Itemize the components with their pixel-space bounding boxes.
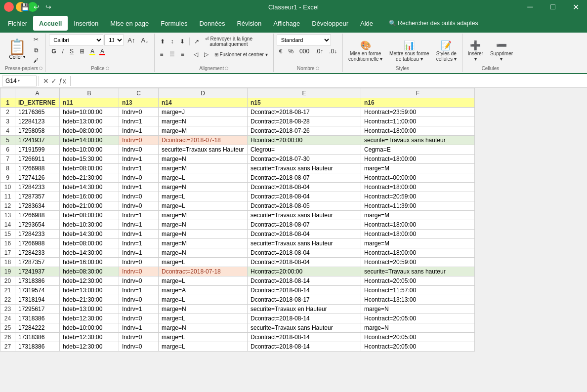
- comma-btn[interactable]: 000: [297, 46, 312, 56]
- cell-f7[interactable]: Hcontract=18:00:00: [361, 155, 475, 164]
- cell-a17[interactable]: 17284233: [15, 248, 60, 258]
- cell-e8[interactable]: securite=Travaux sans Hauteur: [248, 164, 361, 173]
- cell-a1[interactable]: ID_EXTERNE: [15, 98, 60, 108]
- cell-d15[interactable]: marge=N: [159, 230, 248, 239]
- cell-f18[interactable]: Hcontract=20:59:00: [361, 258, 475, 267]
- cell-b23[interactable]: hdeb=13:00:00: [60, 305, 119, 314]
- cell-c12[interactable]: Indrv=0: [119, 201, 159, 211]
- cell-e6[interactable]: Clegrou=: [248, 145, 361, 155]
- cell-a14[interactable]: 17293654: [15, 220, 60, 230]
- cell-d12[interactable]: marge=L: [159, 201, 248, 211]
- cell-e7[interactable]: Dcontract=2018-07-30: [248, 155, 361, 164]
- cell-d23[interactable]: marge=N: [159, 305, 248, 314]
- cell-f16[interactable]: marge=M: [361, 239, 475, 248]
- cell-a22[interactable]: 17318194: [15, 295, 60, 305]
- cell-e21[interactable]: Dcontract=2018-08-14: [248, 286, 361, 295]
- cell-f23[interactable]: marge=N: [361, 305, 475, 314]
- align-bottom-btn[interactable]: ⬇: [177, 37, 187, 46]
- cell-c21[interactable]: Indrv=1: [119, 286, 159, 295]
- cell-c13[interactable]: Indrv=1: [119, 211, 159, 220]
- cell-b17[interactable]: hdeb=14:30:00: [60, 248, 119, 258]
- cell-c25[interactable]: Indrv=1: [119, 323, 159, 333]
- cell-c16[interactable]: Indrv=1: [119, 239, 159, 248]
- confirm-formula-icon[interactable]: ✓: [51, 77, 57, 85]
- font-color-btn[interactable]: A: [98, 46, 107, 56]
- cell-a5[interactable]: 17241937: [15, 136, 60, 145]
- spreadsheet-container[interactable]: A B C D E F 1 ID_EXTERNE n11 n13 n14 n15…: [0, 88, 587, 392]
- cell-c5[interactable]: Indrv=0: [119, 136, 159, 145]
- align-top-btn[interactable]: ⬆: [158, 37, 168, 46]
- menu-fichier[interactable]: Fichier: [2, 16, 33, 31]
- cell-b10[interactable]: hdeb=14:30:00: [60, 183, 119, 192]
- paste-btn[interactable]: 📋 Coller ▾: [5, 39, 29, 61]
- cell-c11[interactable]: Indrv=0: [119, 192, 159, 201]
- cell-e27[interactable]: Dcontract=2018-08-14: [248, 342, 361, 352]
- cell-f9[interactable]: Hcontract=00:00:00: [361, 173, 475, 183]
- cell-d3[interactable]: marge=N: [159, 117, 248, 126]
- format-painter-btn[interactable]: 🖌: [31, 56, 41, 65]
- cell-f13[interactable]: marge=M: [361, 211, 475, 220]
- redo-btn[interactable]: ↪: [43, 2, 53, 12]
- formula-input[interactable]: [73, 78, 585, 84]
- cell-c3[interactable]: Indrv=1: [119, 117, 159, 126]
- cell-c9[interactable]: Indrv=0: [119, 173, 159, 183]
- cell-c10[interactable]: Indrv=1: [119, 183, 159, 192]
- cell-e18[interactable]: Dcontract=2018-08-04: [248, 258, 361, 267]
- cell-d21[interactable]: marge=A: [159, 286, 248, 295]
- cell-e14[interactable]: Dcontract=2018-08-07: [248, 220, 361, 230]
- cell-a24[interactable]: 17318386: [15, 314, 60, 323]
- menu-affichage[interactable]: Affichage: [267, 16, 306, 31]
- cell-d26[interactable]: marge=L: [159, 333, 248, 342]
- cell-f8[interactable]: marge=M: [361, 164, 475, 173]
- cell-a3[interactable]: 12284123: [15, 117, 60, 126]
- cell-c1[interactable]: n13: [119, 98, 159, 108]
- cell-b27[interactable]: hdeb=12:30:00: [60, 342, 119, 352]
- menu-rechercher[interactable]: 🔍 Rechercher des outils adaptés: [383, 16, 484, 31]
- cell-c19[interactable]: Indrv=0: [119, 267, 159, 276]
- cell-f1[interactable]: n16: [361, 98, 475, 108]
- cell-c15[interactable]: Indrv=1: [119, 230, 159, 239]
- font-decrease-btn[interactable]: A↓: [138, 35, 151, 45]
- cell-c24[interactable]: Indrv=0: [119, 314, 159, 323]
- decimal-decrease-btn[interactable]: .0↓: [327, 46, 339, 56]
- cell-f15[interactable]: Hcontract=18:00:00: [361, 230, 475, 239]
- align-center-btn[interactable]: ☰: [167, 49, 177, 59]
- cell-d17[interactable]: marge=N: [159, 248, 248, 258]
- cell-a23[interactable]: 17295617: [15, 305, 60, 314]
- cell-a6[interactable]: 17191599: [15, 145, 60, 155]
- cell-a16[interactable]: 17266988: [15, 239, 60, 248]
- cell-c22[interactable]: Indrv=0: [119, 295, 159, 305]
- cell-e11[interactable]: Dcontract=2018-08-04: [248, 192, 361, 201]
- cell-f19[interactable]: securite=Travaux sans hauteur: [361, 267, 475, 276]
- cell-e15[interactable]: Dcontract=2018-08-04: [248, 230, 361, 239]
- insert-btn[interactable]: ➕ Insérer▾: [465, 38, 486, 62]
- delete-btn[interactable]: ➖ Supprimer▾: [488, 38, 515, 62]
- cell-d13[interactable]: marge=M: [159, 211, 248, 220]
- cell-a27[interactable]: 17318386: [15, 342, 60, 352]
- cell-b3[interactable]: hdeb=13:00:00: [60, 117, 119, 126]
- cell-a21[interactable]: 17319574: [15, 286, 60, 295]
- cell-f5[interactable]: securite=Travaux sans hauteur: [361, 136, 475, 145]
- cell-c8[interactable]: Indrv=1: [119, 164, 159, 173]
- undo-btn[interactable]: ↩: [32, 2, 42, 12]
- cell-a26[interactable]: 17318386: [15, 333, 60, 342]
- cell-c7[interactable]: Indrv=1: [119, 155, 159, 164]
- cell-b2[interactable]: hdeb=10:00:00: [60, 108, 119, 117]
- cell-c18[interactable]: Indrv=0: [119, 258, 159, 267]
- cell-f27[interactable]: Hcontract=20:05:00: [361, 342, 475, 352]
- cell-c14[interactable]: Indrv=1: [119, 220, 159, 230]
- cell-f14[interactable]: Hcontract=18:00:00: [361, 220, 475, 230]
- cell-b4[interactable]: hdeb=08:00:00: [60, 126, 119, 136]
- cell-f17[interactable]: Hcontract=18:00:00: [361, 248, 475, 258]
- cell-b14[interactable]: hdeb=10:30:00: [60, 220, 119, 230]
- cell-e20[interactable]: Dcontract=2018-08-14: [248, 276, 361, 286]
- cell-d6[interactable]: securite=Travaux sans Hauteur: [159, 145, 248, 155]
- cell-a19[interactable]: 17241937: [15, 267, 60, 276]
- currency-btn[interactable]: €: [277, 46, 285, 56]
- cell-f11[interactable]: Hcontract=20:59:00: [361, 192, 475, 201]
- close-window-btn[interactable]: ✕: [564, 0, 587, 14]
- indent-increase-btn[interactable]: ▷: [202, 49, 211, 59]
- cell-d5[interactable]: Dcontract=2018-07-18: [159, 136, 248, 145]
- cell-f24[interactable]: Hcontract=20:05:00: [361, 314, 475, 323]
- cell-e3[interactable]: Dcontract=2018-08-28: [248, 117, 361, 126]
